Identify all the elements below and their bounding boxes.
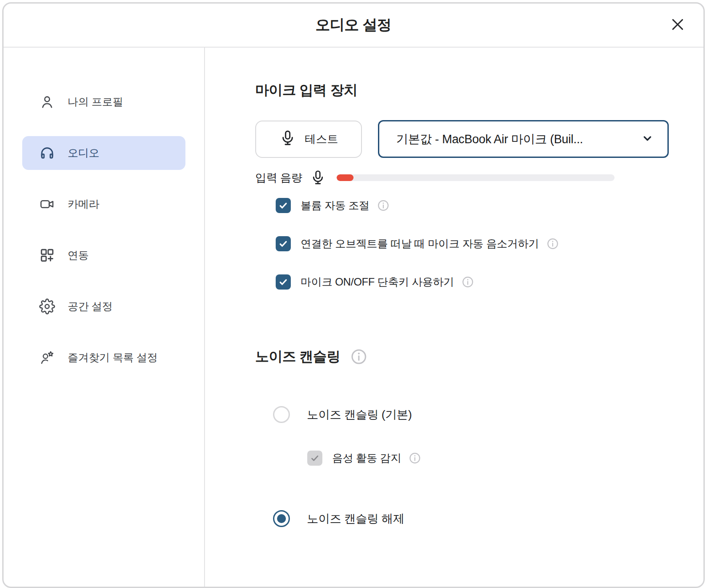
- close-icon: [670, 17, 685, 33]
- auto-volume-checkbox-row[interactable]: 볼륨 자동 조절: [276, 198, 703, 213]
- sidebar-item-label: 카메라: [68, 197, 99, 211]
- dialog-body: 나의 프로필 오디오: [4, 48, 703, 587]
- sidebar-item-label: 나의 프로필: [68, 95, 123, 109]
- sidebar-item-space-settings[interactable]: 공간 설정: [22, 290, 185, 323]
- microphone-icon: [279, 129, 296, 149]
- dialog-title: 오디오 설정: [315, 15, 391, 35]
- mic-section-heading: 마이크 입력 장치: [255, 81, 703, 100]
- noise-section-heading-text: 노이즈 캔슬링: [255, 347, 340, 366]
- sidebar-item-label: 공간 설정: [68, 299, 112, 314]
- apps-add-icon: [39, 247, 55, 263]
- radio-label: 노이즈 캔슬링 (기본): [307, 407, 412, 423]
- info-icon[interactable]: [547, 238, 558, 250]
- screen: 오디오 설정 나의: [0, 0, 707, 588]
- input-volume-row: 입력 음량: [255, 169, 703, 185]
- info-icon[interactable]: [378, 200, 389, 211]
- checkbox-label: 볼륨 자동 조절: [301, 198, 370, 213]
- microphone-icon: [310, 169, 326, 185]
- info-icon[interactable]: [462, 276, 474, 288]
- auto-mute-checkbox-row[interactable]: 연결한 오브젝트를 떠날 때 마이크 자동 음소거하기: [276, 236, 703, 251]
- sidebar-item-audio[interactable]: 오디오: [22, 136, 185, 170]
- person-star-icon: [39, 350, 55, 366]
- voice-activity-checkbox-row: 음성 활동 감지: [307, 451, 703, 466]
- input-volume-fill: [337, 174, 354, 181]
- radio-selected-icon[interactable]: [273, 510, 290, 527]
- audio-settings-dialog: 오디오 설정 나의: [2, 2, 705, 588]
- radio-label: 노이즈 캔슬링 해제: [307, 511, 404, 527]
- checkbox-disabled-checked-icon: [307, 451, 322, 466]
- camera-icon: [39, 196, 55, 212]
- checkbox-label: 마이크 ON/OFF 단축키 사용하기: [301, 275, 454, 289]
- headphones-icon: [39, 145, 55, 161]
- mic-options-group: 볼륨 자동 조절: [276, 198, 703, 290]
- sidebar-item-integration[interactable]: 연동: [22, 238, 185, 272]
- input-volume-meter: [337, 174, 615, 181]
- device-row: 테스트 기본값 - MacBook Air 마이크 (Buil...: [255, 120, 703, 158]
- mic-device-select-value: 기본값 - MacBook Air 마이크 (Buil...: [396, 131, 583, 147]
- mic-device-select[interactable]: 기본값 - MacBook Air 마이크 (Buil...: [378, 120, 669, 158]
- mic-section-heading-text: 마이크 입력 장치: [255, 81, 358, 100]
- info-icon[interactable]: [409, 452, 421, 464]
- sidebar-item-label: 연동: [68, 248, 88, 262]
- noise-cancelling-default-radio-row[interactable]: 노이즈 캔슬링 (기본): [273, 406, 703, 423]
- person-icon: [39, 94, 55, 110]
- sidebar-item-camera[interactable]: 카메라: [22, 187, 185, 221]
- sidebar-item-label: 오디오: [68, 146, 99, 160]
- mic-test-button-label: 테스트: [305, 132, 338, 146]
- close-button[interactable]: [667, 14, 688, 36]
- info-icon[interactable]: [351, 349, 367, 365]
- gear-icon: [39, 298, 55, 314]
- mic-shortcut-checkbox-row[interactable]: 마이크 ON/OFF 단축키 사용하기: [276, 274, 703, 290]
- sidebar-item-favorites[interactable]: 즐겨찾기 목록 설정: [22, 341, 185, 375]
- checkbox-label: 음성 활동 감지: [332, 451, 401, 465]
- checkbox-checked-icon[interactable]: [276, 274, 291, 290]
- checkbox-checked-icon[interactable]: [276, 198, 291, 213]
- radio-unselected-icon[interactable]: [273, 406, 290, 423]
- sidebar-item-my-profile[interactable]: 나의 프로필: [22, 85, 185, 119]
- sidebar-item-label: 즐겨찾기 목록 설정: [68, 350, 157, 365]
- noise-cancelling-section: 노이즈 캔슬링 노이즈 캔슬링 (기본): [255, 347, 703, 527]
- input-volume-label: 입력 음량: [255, 170, 302, 185]
- noise-section-heading: 노이즈 캔슬링: [255, 347, 703, 366]
- checkbox-label: 연결한 오브젝트를 떠날 때 마이크 자동 음소거하기: [301, 237, 539, 251]
- chevron-down-icon: [641, 132, 654, 147]
- dialog-titlebar: 오디오 설정: [4, 4, 703, 48]
- noise-cancelling-off-radio-row[interactable]: 노이즈 캔슬링 해제: [273, 510, 703, 527]
- checkbox-checked-icon[interactable]: [276, 236, 291, 251]
- settings-sidebar: 나의 프로필 오디오: [4, 48, 205, 587]
- settings-content: 마이크 입력 장치 테스트: [205, 48, 703, 587]
- mic-test-button[interactable]: 테스트: [255, 121, 362, 158]
